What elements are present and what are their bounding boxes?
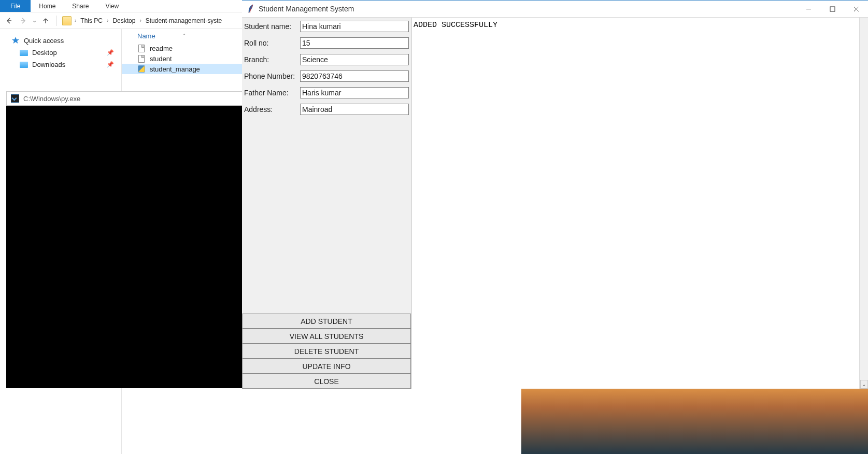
row-roll-no: Roll no: xyxy=(244,37,409,49)
svg-rect-2 xyxy=(830,7,835,11)
column-name[interactable]: Name ˆ xyxy=(137,32,225,40)
button-stack: ADD STUDENT VIEW ALL STUDENTS DELETE STU… xyxy=(242,314,411,389)
form-pane: Student name: Roll no: Branch: Phone Num… xyxy=(242,18,411,389)
svg-marker-0 xyxy=(12,37,19,44)
input-address[interactable] xyxy=(300,104,409,115)
ribbon-tab-share[interactable]: Share xyxy=(64,0,97,12)
chevron-right-icon: › xyxy=(137,18,143,23)
input-student-name[interactable] xyxy=(300,21,409,32)
breadcrumb-desktop[interactable]: Desktop xyxy=(111,16,136,25)
back-button[interactable] xyxy=(3,15,15,26)
output-text[interactable]: ADDED SUCCESSFULLY xyxy=(412,21,867,30)
form-rows: Student name: Roll no: Branch: Phone Num… xyxy=(242,18,411,314)
label-roll-no: Roll no: xyxy=(244,39,300,47)
divider xyxy=(56,16,57,26)
ribbon-tab-home[interactable]: Home xyxy=(31,0,64,12)
console-title: C:\Windows\py.exe xyxy=(23,95,80,103)
maximize-button[interactable] xyxy=(820,1,844,17)
close-app-button[interactable]: CLOSE xyxy=(242,374,411,389)
row-address: Address: xyxy=(244,104,409,115)
sidebar-quick-access-label: Quick access xyxy=(24,37,64,45)
star-icon xyxy=(11,36,20,45)
python-file-icon xyxy=(137,65,146,73)
add-student-button[interactable]: ADD STUDENT xyxy=(242,314,411,329)
label-father: Father Name: xyxy=(244,89,300,97)
window-buttons xyxy=(796,1,868,17)
file-name: student xyxy=(150,55,172,63)
row-father: Father Name: xyxy=(244,87,409,98)
view-all-students-button[interactable]: VIEW ALL STUDENTS xyxy=(242,329,411,344)
file-name: student_manage xyxy=(150,65,200,73)
db-icon xyxy=(137,54,146,63)
recent-dropdown[interactable]: ⌄ xyxy=(32,17,37,24)
output-pane: ADDED SUCCESSFULLY ⌄ xyxy=(411,18,868,389)
desktop-icon xyxy=(20,50,28,56)
tk-window: Student Management System Student name: … xyxy=(242,0,868,389)
ribbon-tab-file[interactable]: File xyxy=(0,0,31,12)
input-branch[interactable] xyxy=(300,54,409,65)
row-student-name: Student name: xyxy=(244,21,409,32)
sidebar-desktop[interactable]: Desktop 📌 xyxy=(0,47,121,59)
scroll-down-icon[interactable]: ⌄ xyxy=(860,380,868,389)
delete-student-button[interactable]: DELETE STUDENT xyxy=(242,344,411,359)
row-phone: Phone Number: xyxy=(244,70,409,82)
breadcrumb-this-pc[interactable]: This PC xyxy=(79,16,104,25)
file-icon xyxy=(137,44,146,52)
update-info-button[interactable]: UPDATE INFO xyxy=(242,359,411,374)
breadcrumb[interactable]: › This PC › Desktop › Student-management… xyxy=(62,16,223,25)
label-address: Address: xyxy=(244,105,300,114)
chevron-right-icon: › xyxy=(105,18,110,23)
label-branch: Branch: xyxy=(244,55,300,64)
input-roll-no[interactable] xyxy=(300,37,409,49)
pin-icon: 📌 xyxy=(107,49,114,56)
input-father[interactable] xyxy=(300,87,409,98)
forward-button[interactable] xyxy=(18,15,29,26)
tk-body: Student name: Roll no: Branch: Phone Num… xyxy=(242,18,868,389)
close-button[interactable] xyxy=(844,1,868,17)
sidebar-downloads[interactable]: Downloads 📌 xyxy=(0,59,121,70)
sidebar-downloads-label: Downloads xyxy=(32,61,65,68)
label-phone: Phone Number: xyxy=(244,72,300,80)
downloads-icon xyxy=(20,62,28,68)
pin-icon: 📌 xyxy=(107,61,114,68)
minimize-button[interactable] xyxy=(796,1,820,17)
tk-title: Student Management System xyxy=(259,5,354,13)
sort-asc-icon: ˆ xyxy=(183,34,185,39)
row-branch: Branch: xyxy=(244,54,409,65)
column-name-label: Name xyxy=(137,32,155,40)
sidebar-desktop-label: Desktop xyxy=(32,49,57,56)
label-student-name: Student name: xyxy=(244,22,300,31)
chevron-right-icon: › xyxy=(73,18,78,23)
python-exe-icon xyxy=(11,94,19,103)
tk-titlebar[interactable]: Student Management System xyxy=(242,0,868,18)
ribbon-tab-view[interactable]: View xyxy=(97,0,127,12)
folder-icon xyxy=(62,16,72,25)
input-phone[interactable] xyxy=(300,70,409,82)
breadcrumb-folder[interactable]: Student-management-syste xyxy=(145,16,223,25)
file-name: readme xyxy=(150,45,173,52)
up-button[interactable] xyxy=(40,15,51,26)
output-scrollbar[interactable]: ⌄ xyxy=(859,18,868,389)
sidebar-quick-access[interactable]: Quick access xyxy=(0,34,121,47)
tk-feather-icon xyxy=(247,4,254,13)
